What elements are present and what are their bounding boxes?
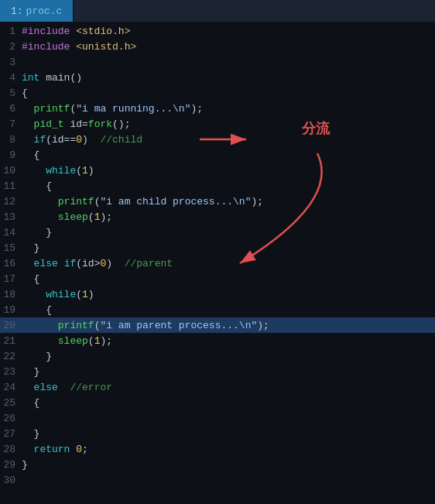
line-number: 17 — [0, 273, 22, 285]
line-content: } — [22, 242, 39, 254]
code-line: 8 if(id==0) //child — [0, 132, 435, 147]
line-number: 3 — [0, 57, 22, 68]
line-content: { — [22, 87, 28, 99]
line-content: else //error — [22, 382, 112, 393]
code-line: 4int main() — [0, 70, 435, 85]
line-content: while(1) — [22, 165, 94, 177]
line-content: if(id==0) //child — [22, 134, 142, 146]
line-content: return 0; — [22, 444, 88, 455]
line-content: int main() — [22, 72, 82, 84]
code-area: 分流 1#include <stdio.h>2#include <unistd.… — [0, 22, 435, 504]
tab-bar: 1: proc.c — [0, 0, 435, 22]
code-line: 3 — [0, 54, 435, 70]
line-content: { — [22, 304, 52, 316]
line-number: 12 — [0, 196, 22, 207]
line-number: 16 — [0, 258, 22, 269]
code-line: 12 printf("i am child process...\n"); — [0, 194, 435, 209]
line-number: 5 — [0, 87, 22, 99]
code-line: 5{ — [0, 85, 435, 101]
line-number: 1 — [0, 26, 22, 37]
code-line: 18 while(1) — [0, 286, 435, 302]
code-line: 23 } — [0, 364, 435, 379]
line-content: while(1) — [22, 289, 94, 300]
line-number: 28 — [0, 444, 22, 455]
code-line: 6 printf("i ma running...\n"); — [0, 101, 435, 116]
code-line: 22 } — [0, 348, 435, 364]
line-content: else if(id>0) //parent — [22, 258, 173, 269]
line-number: 7 — [0, 118, 22, 130]
code-line: 1#include <stdio.h> — [0, 23, 435, 39]
code-line: 10 while(1) — [0, 163, 435, 178]
line-number: 27 — [0, 428, 22, 440]
line-content: } — [22, 351, 52, 362]
line-number: 25 — [0, 397, 22, 409]
line-content: { — [22, 180, 52, 192]
line-content: } — [22, 227, 52, 238]
code-line: 27 } — [0, 426, 435, 441]
line-content: sleep(1); — [22, 335, 112, 347]
line-content: printf("i ma running...\n"); — [22, 103, 203, 115]
code-line: 13 sleep(1); — [0, 209, 435, 225]
line-content: #include <stdio.h> — [22, 26, 130, 37]
code-line: 21 sleep(1); — [0, 333, 435, 348]
line-number: 9 — [0, 149, 22, 161]
line-content: sleep(1); — [22, 211, 112, 223]
line-number: 4 — [0, 72, 22, 84]
line-number: 18 — [0, 289, 22, 300]
line-number: 29 — [0, 459, 22, 471]
code-line: 2#include <unistd.h> — [0, 39, 435, 54]
code-line: 19 { — [0, 302, 435, 317]
line-number: 22 — [0, 351, 22, 362]
code-line: 30 — [0, 472, 435, 488]
line-content: pid_t id=fork(); — [22, 118, 130, 130]
code-line: 14 } — [0, 225, 435, 240]
line-number: 24 — [0, 382, 22, 393]
tab-item[interactable]: 1: proc.c — [0, 0, 74, 22]
line-content: #include <unistd.h> — [22, 41, 136, 53]
code-line: 11 { — [0, 178, 435, 194]
line-content: printf("i am child process...\n"); — [22, 196, 263, 207]
code-line: 20 printf("i am parent process...\n"); — [0, 317, 435, 333]
code-line: 17 { — [0, 271, 435, 286]
line-content: { — [22, 397, 39, 409]
line-number: 15 — [0, 242, 22, 254]
line-number: 20 — [0, 320, 22, 331]
line-number: 30 — [0, 475, 22, 486]
line-content: printf("i am parent process...\n"); — [22, 320, 269, 331]
code-line: 29} — [0, 457, 435, 472]
line-number: 19 — [0, 304, 22, 316]
code-line: 9 { — [0, 147, 435, 163]
line-content: { — [22, 273, 39, 285]
line-number: 10 — [0, 165, 22, 177]
code-line: 26 — [0, 410, 435, 426]
code-line: 25 { — [0, 395, 435, 410]
line-number: 2 — [0, 41, 22, 53]
line-number: 11 — [0, 180, 22, 192]
code-line: 28 return 0; — [0, 441, 435, 457]
line-number: 21 — [0, 335, 22, 347]
code-line: 15 } — [0, 240, 435, 255]
editor-container: 1: proc.c 分流 1#include <stdio.h>2#includ… — [0, 0, 435, 504]
line-content: } — [22, 366, 39, 378]
line-content: } — [22, 428, 39, 440]
line-number: 13 — [0, 211, 22, 223]
line-number: 6 — [0, 103, 22, 115]
tab-label: proc.c — [26, 5, 63, 17]
code-line: 7 pid_t id=fork(); — [0, 116, 435, 132]
line-number: 26 — [0, 413, 22, 424]
tab-number: 1: — [11, 5, 23, 17]
code-line: 24 else //error — [0, 379, 435, 395]
code-line: 16 else if(id>0) //parent — [0, 255, 435, 271]
line-number: 14 — [0, 227, 22, 238]
line-content: { — [22, 149, 39, 161]
line-number: 8 — [0, 134, 22, 146]
line-content: } — [22, 459, 28, 471]
line-number: 23 — [0, 366, 22, 378]
